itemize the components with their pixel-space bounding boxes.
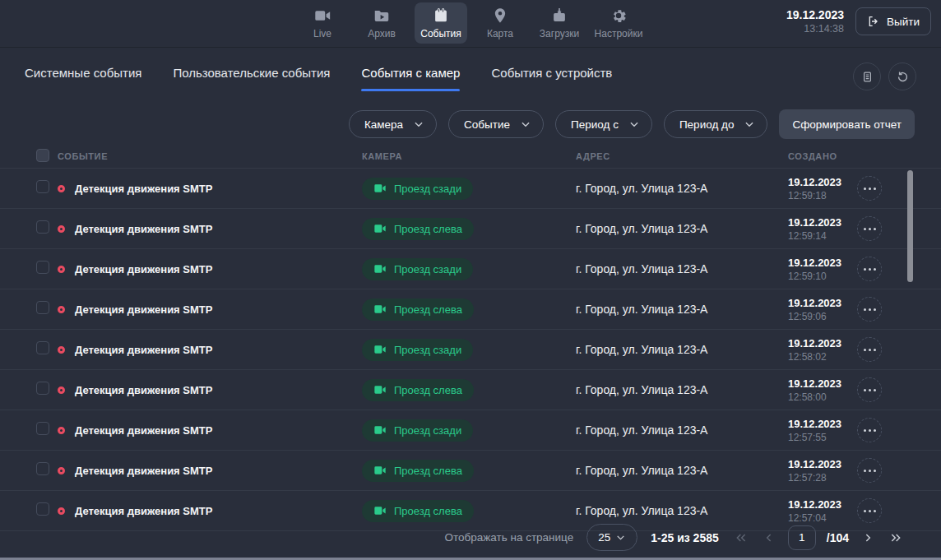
address-text: г. Город, ул. Улица 123-А (576, 262, 788, 275)
period-from-dropdown[interactable]: Период с (555, 110, 652, 138)
camera-filter-dropdown[interactable]: Камера (349, 110, 437, 138)
last-page-button[interactable] (887, 530, 905, 546)
video-camera-icon (373, 465, 387, 476)
created-time: 12:59:06 (788, 311, 857, 322)
camera-filter-label: Камера (364, 118, 403, 131)
row-checkbox[interactable] (36, 462, 49, 475)
video-camera-icon (373, 344, 387, 355)
row-checkbox[interactable] (36, 301, 49, 314)
row-menu-button[interactable] (857, 257, 882, 281)
table-row[interactable]: Детекция движения SMTP Проезд сзади г. Г… (0, 169, 941, 209)
tab-camera-events[interactable]: События с камер (361, 66, 460, 91)
row-checkbox[interactable] (36, 220, 49, 234)
table-row[interactable]: Детекция движения SMTP Проезд слева г. Г… (0, 209, 941, 249)
first-page-button[interactable] (732, 530, 750, 546)
refresh-icon (896, 70, 910, 84)
event-ring-icon (58, 266, 65, 273)
camera-badge[interactable]: Проезд сзади (362, 419, 473, 442)
next-page-button[interactable] (860, 530, 876, 546)
vertical-scrollbar[interactable] (907, 170, 913, 282)
camera-name: Проезд слева (394, 384, 462, 396)
row-menu-button[interactable] (857, 418, 882, 442)
generate-report-button[interactable]: Сформировать отчет (779, 109, 915, 139)
camera-badge[interactable]: Проезд слева (362, 299, 474, 321)
prev-page-button[interactable] (761, 530, 777, 546)
camera-badge[interactable]: Проезд сзади (362, 258, 473, 280)
event-name: Детекция движения SMTP (75, 344, 212, 356)
row-menu-button[interactable] (857, 458, 882, 483)
nav-item-archive[interactable]: Архив (355, 2, 408, 44)
refresh-button[interactable] (888, 62, 916, 90)
event-ring-icon (58, 346, 65, 354)
period-to-dropdown[interactable]: Период до (664, 110, 768, 138)
filters-bar: Камера Событие Период с Период до Сформи… (0, 109, 941, 139)
camera-name: Проезд слева (394, 505, 462, 517)
nav-item-downloads[interactable]: Загрузки (533, 2, 586, 44)
created-time: 12:59:10 (788, 271, 857, 282)
current-page-input[interactable]: 1 (788, 525, 816, 550)
address-text: г. Город, ул. Улица 123-А (576, 182, 788, 195)
created-time: 12:59:18 (788, 190, 857, 201)
created-time: 12:57:55 (788, 432, 857, 443)
downloads-icon (550, 7, 568, 25)
table-row[interactable]: Детекция движения SMTP Проезд слева г. Г… (0, 451, 941, 491)
event-name: Детекция движения SMTP (75, 424, 212, 437)
camera-badge[interactable]: Проезд сзади (362, 339, 473, 361)
tab-system-events[interactable]: Системные события (25, 66, 141, 91)
row-menu-button[interactable] (857, 377, 882, 402)
table-row[interactable]: Детекция движения SMTP Проезд слева г. Г… (0, 289, 941, 330)
table-row[interactable]: Детекция движения SMTP Проезд сзади г. Г… (0, 330, 941, 370)
camera-name: Проезд сзади (394, 263, 461, 275)
header-camera: КАМЕРА (362, 151, 576, 161)
event-filter-dropdown[interactable]: Событие (448, 110, 544, 138)
report-table-button[interactable] (853, 62, 881, 90)
row-menu-button[interactable] (857, 337, 882, 362)
select-all-checkbox[interactable] (36, 149, 49, 162)
tab-device-events[interactable]: События с устройств (491, 66, 612, 91)
address-text: г. Город, ул. Улица 123-А (576, 423, 788, 437)
main-nav: Live Архив События Карта Загрузки (296, 2, 645, 44)
created-date: 19.12.2023 (788, 216, 857, 229)
row-menu-button[interactable] (857, 297, 882, 322)
row-checkbox[interactable] (36, 382, 49, 395)
video-camera-icon (373, 303, 387, 315)
table-row[interactable]: Детекция движения SMTP Проезд сзади г. Г… (0, 410, 941, 451)
per-page-value: 25 (598, 531, 610, 544)
camera-badge[interactable]: Проезд слева (362, 500, 474, 522)
row-menu-button[interactable] (857, 216, 882, 241)
video-camera-icon (373, 424, 387, 436)
table-row[interactable]: Детекция движения SMTP Проезд слева г. Г… (0, 370, 941, 410)
table-header: СОБЫТИЕ КАМЕРА АДРЕС СОЗДАНО (0, 144, 941, 169)
row-menu-button[interactable] (857, 498, 882, 523)
table-body: Детекция движения SMTP Проезд сзади г. Г… (0, 169, 941, 531)
nav-item-map[interactable]: Карта (474, 2, 526, 44)
per-page-label: Отображать на странице (444, 531, 573, 544)
created-date: 19.12.2023 (788, 377, 857, 390)
row-checkbox[interactable] (36, 502, 49, 516)
camera-badge[interactable]: Проезд слева (362, 218, 474, 240)
nav-item-events[interactable]: События (415, 2, 467, 44)
event-name: Детекция движения SMTP (75, 223, 212, 235)
nav-item-settings[interactable]: Настройки (592, 2, 645, 44)
logout-button[interactable]: Выйти (855, 7, 931, 35)
nav-item-live[interactable]: Live (296, 2, 349, 44)
row-checkbox[interactable] (36, 341, 49, 354)
row-menu-button[interactable] (857, 176, 882, 201)
row-checkbox[interactable] (36, 422, 49, 435)
total-pages: /104 (827, 531, 849, 544)
camera-badge[interactable]: Проезд сзади (362, 178, 473, 200)
live-camera-icon (313, 7, 331, 25)
row-checkbox[interactable] (36, 180, 49, 193)
archive-icon (373, 7, 391, 25)
nav-label: Архив (368, 28, 396, 39)
created-date: 19.12.2023 (788, 458, 857, 470)
tab-user-events[interactable]: Пользовательские события (173, 66, 330, 91)
camera-badge[interactable]: Проезд слева (362, 460, 474, 482)
table-row[interactable]: Детекция движения SMTP Проезд сзади г. Г… (0, 249, 941, 289)
row-checkbox[interactable] (36, 261, 49, 274)
per-page-dropdown[interactable]: 25 (586, 524, 637, 551)
datetime: 19.12.2023 13:14:38 (786, 8, 844, 35)
camera-name: Проезд сзади (394, 183, 461, 195)
camera-badge[interactable]: Проезд слева (362, 379, 474, 401)
map-pin-icon (491, 7, 509, 25)
